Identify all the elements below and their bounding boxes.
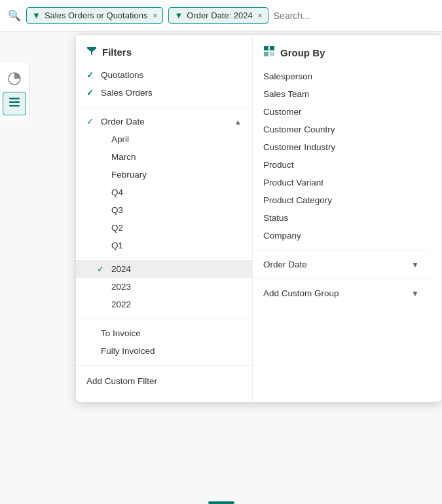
add-custom-filter-label: Add Custom Filter xyxy=(86,376,157,386)
search-bar: 🔍 ▼ Sales Orders or Quotations × ▼ Order… xyxy=(0,0,442,31)
chart-view-button[interactable] xyxy=(3,68,26,92)
filter-divider-1 xyxy=(76,107,252,107)
groupby-status-label: Status xyxy=(263,213,288,223)
filter-q2-label: Q2 xyxy=(111,223,123,233)
check-quotations: ✓ xyxy=(86,70,96,80)
filter-tag-sales-orders[interactable]: ▼ Sales Orders or Quotations × xyxy=(26,7,163,24)
groupby-product-label: Product xyxy=(263,160,294,170)
order-date-left: ✓ Order Date xyxy=(86,117,145,126)
order-date-label: Order Date xyxy=(101,117,145,126)
chart-icon xyxy=(8,72,21,88)
filter-2022[interactable]: 2022 xyxy=(76,296,252,313)
filter-q4[interactable]: Q4 xyxy=(76,184,252,201)
filter-tag-close-1[interactable]: × xyxy=(153,11,157,20)
filter-april[interactable]: April xyxy=(76,130,252,148)
groupby-divider-1 xyxy=(253,250,430,250)
groupby-order-date-label: Order Date xyxy=(263,260,307,269)
filter-2024[interactable]: ✓ 2024 xyxy=(76,260,252,278)
groupby-header: Group By xyxy=(253,45,430,68)
svg-rect-1 xyxy=(9,98,20,100)
check-2024: ✓ xyxy=(97,264,106,274)
filter-q1[interactable]: Q1 xyxy=(76,237,252,254)
filter-quotations[interactable]: ✓ Quotations xyxy=(76,66,252,84)
list-icon xyxy=(8,96,21,112)
filter-2022-label: 2022 xyxy=(111,300,131,309)
groupby-product-category-label: Product Category xyxy=(263,195,332,205)
filters-header: Filters xyxy=(76,45,252,66)
groupby-status[interactable]: Status xyxy=(253,209,430,227)
groupby-product[interactable]: Product xyxy=(253,156,430,174)
groupby-salesperson[interactable]: Salesperson xyxy=(253,68,430,85)
filter-q1-label: Q1 xyxy=(111,241,123,250)
svg-rect-5 xyxy=(270,46,274,50)
svg-rect-3 xyxy=(9,105,20,107)
add-custom-filter-button[interactable]: Add Custom Filter xyxy=(76,371,252,391)
groupby-header-label: Group By xyxy=(280,47,325,58)
groupby-salesperson-label: Salesperson xyxy=(263,71,312,81)
add-custom-group-button[interactable]: Add Custom Group ▼ xyxy=(253,284,430,302)
filters-column: Filters ✓ Quotations ✓ Sales Orders ✓ Or… xyxy=(76,35,253,402)
list-view-button[interactable] xyxy=(3,92,26,115)
filter-to-invoice-label: To Invoice xyxy=(101,328,141,338)
groupby-sales-team[interactable]: Sales Team xyxy=(253,85,430,103)
filter-tag-order-date[interactable]: ▼ Order Date: 2024 × xyxy=(168,7,268,24)
filter-icon-1: ▼ xyxy=(32,10,41,20)
custom-group-dropdown-arrow-icon: ▼ xyxy=(411,289,419,298)
filter-divider-3 xyxy=(76,365,252,366)
check-sales-orders: ✓ xyxy=(86,88,96,98)
order-date-dropdown-arrow-icon: ▼ xyxy=(411,260,419,269)
filter-to-invoice[interactable]: To Invoice xyxy=(76,324,252,342)
groupby-customer-country[interactable]: Customer Country xyxy=(253,121,430,138)
filter-quotations-label: Quotations xyxy=(101,70,143,80)
filter-year-divider xyxy=(76,257,252,258)
dropdown-panel: Filters ✓ Quotations ✓ Sales Orders ✓ Or… xyxy=(75,34,442,402)
filter-tag-close-2[interactable]: × xyxy=(258,11,263,20)
groupby-customer[interactable]: Customer xyxy=(253,103,430,121)
svg-rect-6 xyxy=(264,52,268,56)
add-custom-group-label: Add Custom Group xyxy=(263,288,339,298)
check-order-date: ✓ xyxy=(86,117,96,126)
order-date-chevron-icon: ▲ xyxy=(234,118,242,126)
filter-order-date[interactable]: ✓ Order Date ▲ xyxy=(76,113,252,130)
filter-2024-label: 2024 xyxy=(111,264,131,274)
filter-q4-label: Q4 xyxy=(111,187,123,197)
groupby-divider-2 xyxy=(253,279,430,279)
groupby-customer-industry[interactable]: Customer Industry xyxy=(253,138,430,156)
filter-2023[interactable]: 2023 xyxy=(76,278,252,296)
groupby-customer-label: Customer xyxy=(263,107,302,117)
filter-sales-orders-label: Sales Orders xyxy=(101,88,153,98)
filter-march-label: March xyxy=(111,152,136,162)
filter-february[interactable]: February xyxy=(76,166,252,184)
filter-q3[interactable]: Q3 xyxy=(76,201,252,219)
groupby-company[interactable]: Company xyxy=(253,227,430,244)
filter-april-label: April xyxy=(111,134,129,144)
filter-2023-label: 2023 xyxy=(111,282,131,292)
groupby-company-label: Company xyxy=(263,231,301,241)
groupby-product-variant-label: Product Variant xyxy=(263,178,323,187)
svg-rect-4 xyxy=(264,46,268,50)
filter-q2[interactable]: Q2 xyxy=(76,219,252,237)
filter-february-label: February xyxy=(111,170,147,180)
groupby-header-icon xyxy=(263,45,275,60)
groupby-customer-industry-label: Customer Industry xyxy=(263,142,335,152)
filter-divider-2 xyxy=(76,319,252,319)
groupby-product-category[interactable]: Product Category xyxy=(253,191,430,209)
filter-tag-label-1: Sales Orders or Quotations xyxy=(45,10,148,20)
filter-fully-invoiced[interactable]: Fully Invoiced xyxy=(76,342,252,360)
groupby-customer-country-label: Customer Country xyxy=(263,125,335,134)
groupby-product-variant[interactable]: Product Variant xyxy=(253,174,430,191)
filters-header-icon xyxy=(86,45,97,58)
filter-q3-label: Q3 xyxy=(111,205,123,215)
groupby-column: Group By Salesperson Sales Team Customer… xyxy=(253,35,430,402)
groupby-sales-team-label: Sales Team xyxy=(263,89,309,99)
filter-fully-invoiced-label: Fully Invoiced xyxy=(101,346,155,356)
filter-icon-2: ▼ xyxy=(174,10,183,20)
groupby-order-date-dropdown[interactable]: Order Date ▼ xyxy=(253,256,430,273)
filter-tag-label-2: Order Date: 2024 xyxy=(187,10,252,20)
scrollbar-hint[interactable] xyxy=(208,501,234,504)
svg-rect-2 xyxy=(9,101,20,103)
filter-sales-orders[interactable]: ✓ Sales Orders xyxy=(76,84,252,102)
filter-march[interactable]: March xyxy=(76,148,252,166)
search-input[interactable] xyxy=(274,10,434,21)
search-icon[interactable]: 🔍 xyxy=(8,9,21,22)
